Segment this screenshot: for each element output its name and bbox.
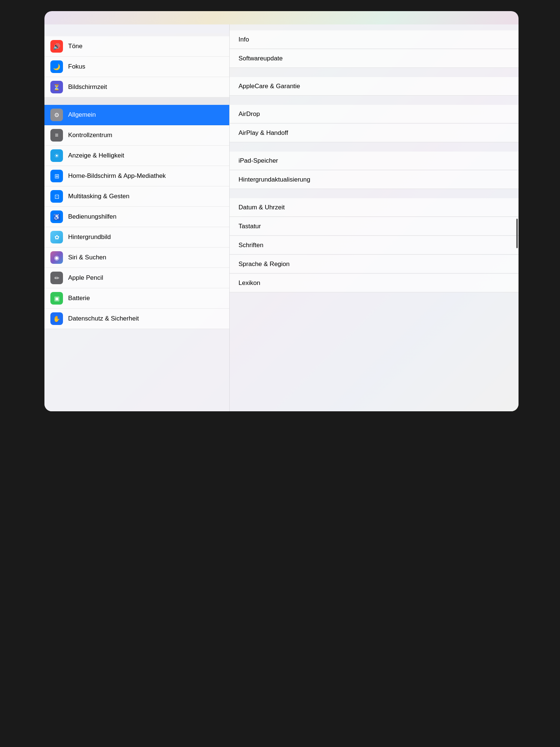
hintergrundbild-icon-symbol: ✿ [54,234,59,241]
settings-sidebar: 🔊Töne🌙Fokus⏳Bildschirmzeit⚙Allgemein≡Kon… [44,24,230,411]
detail-item-airdrop[interactable]: AirDrop [230,105,519,123]
sidebar-item-bedienungshilfen[interactable]: ♿Bedienungshilfen [44,207,229,227]
sidebar-item-toene[interactable]: 🔊Töne [44,36,229,57]
detail-item-lexikon[interactable]: Lexikon [230,274,519,292]
sidebar-item-multitasking[interactable]: ⊡Multitasking & Gesten [44,186,229,207]
detail-item-applecare[interactable]: AppleCare & Garantie [230,77,519,96]
sidebar-item-pencil[interactable]: ✏Apple Pencil [44,268,229,288]
sidebar-item-allgemein[interactable]: ⚙Allgemein [44,105,229,125]
sidebar-item-homescreen[interactable]: ⊞Home-Bildschirm & App-Mediathek [44,166,229,186]
detail-item-airplay[interactable]: AirPlay & Handoff [230,124,519,142]
sidebar-item-fokus[interactable]: 🌙Fokus [44,57,229,77]
kontrollzentrum-icon-symbol: ≡ [55,132,58,139]
batterie-icon: ▣ [50,292,63,305]
detail-label-datum: Datum & Uhrzeit [239,204,285,211]
batterie-icon-symbol: ▣ [54,295,60,302]
detail-item-ipadspeicher[interactable]: iPad-Speicher [230,152,519,170]
sidebar-label-datenschutz: Datenschutz & Sicherheit [68,315,139,323]
bildschirmzeit-icon-symbol: ⏳ [53,84,60,91]
detail-label-schriften: Schriften [239,242,263,249]
sidebar-label-hintergrundbild: Hintergrundbild [68,233,111,241]
siri-icon-symbol: ◉ [54,254,59,261]
sidebar-label-kontrollzentrum: Kontrollzentrum [68,131,112,139]
scrollbar[interactable] [516,219,518,248]
detail-group-gap [230,143,519,152]
sidebar-label-batterie: Batterie [68,294,90,302]
sidebar-label-homescreen: Home-Bildschirm & App-Mediathek [68,172,166,180]
list-divider [44,33,229,36]
sidebar-item-bildschirmzeit[interactable]: ⏳Bildschirmzeit [44,77,229,97]
sidebar-label-bedienungshilfen: Bedienungshilfen [68,213,116,221]
bedienungshilfen-icon: ♿ [50,210,63,223]
homescreen-icon: ⊞ [50,170,63,182]
detail-label-tastatur: Tastatur [239,223,261,230]
sidebar-label-multitasking: Multitasking & Gesten [68,192,129,200]
detail-item-softwareupdate[interactable]: Softwareupdate [230,49,519,68]
detail-label-applecare: AppleCare & Garantie [239,83,300,90]
sidebar-item-anzeige[interactable]: ☀Anzeige & Helligkeit [44,146,229,166]
pencil-icon-symbol: ✏ [54,275,59,282]
bedienungshilfen-icon-symbol: ♿ [53,213,60,220]
detail-label-softwareupdate: Softwareupdate [239,55,283,62]
main-content: 🔊Töne🌙Fokus⏳Bildschirmzeit⚙Allgemein≡Kon… [44,24,519,411]
detail-item-schriften[interactable]: Schriften [230,236,519,255]
anzeige-icon-symbol: ☀ [54,152,59,159]
detail-item-info[interactable]: Info [230,30,519,49]
fokus-icon: 🌙 [50,60,63,73]
sidebar-label-allgemein: Allgemein [68,111,96,119]
homescreen-icon-symbol: ⊞ [54,173,59,180]
detail-list: InfoSoftwareupdateAppleCare & GarantieAi… [230,30,519,293]
sidebar-item-hintergrundbild[interactable]: ✿Hintergrundbild [44,227,229,248]
multitasking-icon: ⊡ [50,190,63,203]
detail-item-hintergrund[interactable]: Hintergrundaktualisierung [230,170,519,189]
sidebar-label-pencil: Apple Pencil [68,274,103,282]
hintergrundbild-icon: ✿ [50,231,63,243]
sidebar-item-siri[interactable]: ◉Siri & Suchen [44,248,229,268]
sidebar-item-kontrollzentrum[interactable]: ≡Kontrollzentrum [44,125,229,146]
detail-label-hintergrund: Hintergrundaktualisierung [239,176,310,183]
anzeige-icon: ☀ [50,149,63,162]
detail-label-airplay: AirPlay & Handoff [239,129,288,137]
detail-panel: InfoSoftwareupdateAppleCare & GarantieAi… [230,24,519,411]
sidebar-label-anzeige: Anzeige & Helligkeit [68,152,124,160]
sidebar-label-bildschirmzeit: Bildschirmzeit [68,83,107,91]
kontrollzentrum-icon: ≡ [50,129,63,142]
detail-group-gap [230,189,519,198]
allgemein-icon: ⚙ [50,109,63,121]
pencil-icon: ✏ [50,272,63,284]
detail-label-lexikon: Lexikon [239,279,260,287]
allgemein-icon-symbol: ⚙ [54,112,59,119]
multitasking-icon-symbol: ⊡ [54,193,59,200]
toene-icon: 🔊 [50,40,63,53]
sidebar-label-siri: Siri & Suchen [68,253,106,262]
sidebar-title [44,24,229,33]
detail-item-sprache[interactable]: Sprache & Region [230,255,519,273]
detail-group-gap [230,96,519,105]
fokus-icon-symbol: 🌙 [53,63,60,70]
toene-icon-symbol: 🔊 [53,43,60,50]
ipad-screen: 🔊Töne🌙Fokus⏳Bildschirmzeit⚙Allgemein≡Kon… [44,11,519,411]
datenschutz-icon: ✋ [50,312,63,325]
sidebar-label-fokus: Fokus [68,63,85,71]
sidebar-item-datenschutz[interactable]: ✋Datenschutz & Sicherheit [44,309,229,329]
detail-label-airdrop: AirDrop [239,110,260,118]
bildschirmzeit-icon: ⏳ [50,81,63,93]
settings-group-divider [44,97,229,105]
detail-item-datum[interactable]: Datum & Uhrzeit [230,198,519,217]
detail-item-tastatur[interactable]: Tastatur [230,217,519,236]
sidebar-item-batterie[interactable]: ▣Batterie [44,288,229,309]
detail-group-gap [230,68,519,77]
detail-label-info: Info [239,36,249,43]
settings-list: 🔊Töne🌙Fokus⏳Bildschirmzeit⚙Allgemein≡Kon… [44,33,229,329]
datenschutz-icon-symbol: ✋ [53,315,60,322]
detail-label-ipadspeicher: iPad-Speicher [239,157,278,165]
sidebar-label-toene: Töne [68,42,83,50]
detail-label-sprache: Sprache & Region [239,260,290,268]
status-bar [44,11,519,24]
siri-icon: ◉ [50,251,63,264]
